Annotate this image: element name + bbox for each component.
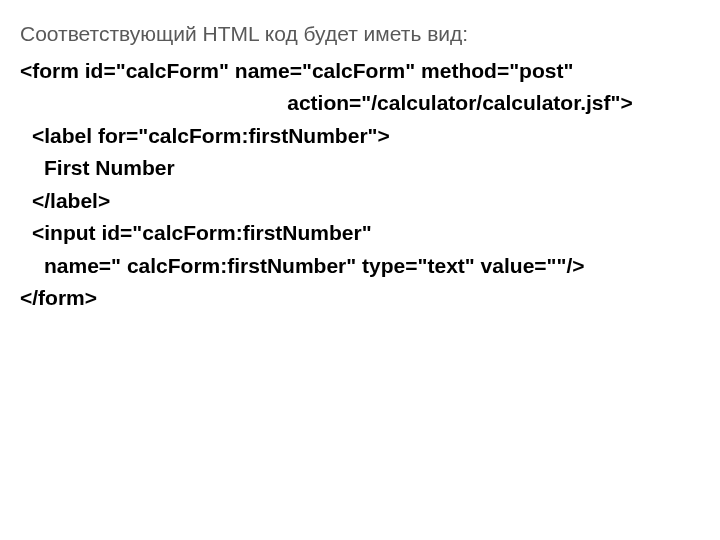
code-line-3: <label for="calcForm:firstNumber">: [20, 120, 700, 153]
code-line-5: </label>: [20, 185, 700, 218]
code-line-4: First Number: [20, 152, 700, 185]
code-line-6: <input id="calcForm:firstNumber": [20, 217, 700, 250]
code-line-7: name=" calcForm:firstNumber" type="text"…: [20, 250, 700, 283]
code-line-2: action="/calculator/calculator.jsf">: [20, 87, 700, 120]
intro-text: Соответствующий HTML код будет иметь вид…: [20, 18, 700, 51]
code-line-1: <form id="calcForm" name="calcForm" meth…: [20, 55, 700, 88]
code-line-8: </form>: [20, 282, 700, 315]
